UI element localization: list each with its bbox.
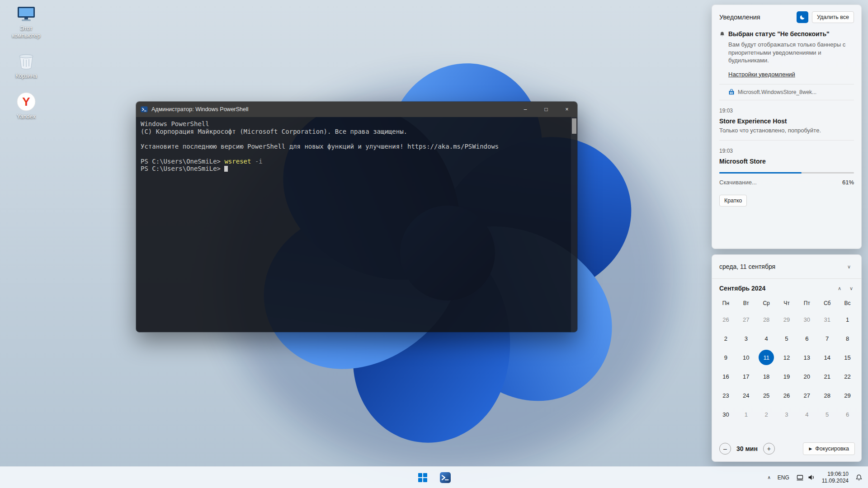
- chevron-up-icon: ∧: [767, 475, 770, 480]
- calendar-day[interactable]: 12: [777, 348, 797, 367]
- chevron-up-icon: ∧: [838, 286, 841, 291]
- calendar-day[interactable]: 30: [797, 310, 817, 329]
- moon-icon: [799, 14, 806, 20]
- console-scrollbar-thumb[interactable]: [572, 118, 576, 134]
- notification-group-header[interactable]: Microsoft.WindowsStore_8wek...: [728, 89, 854, 95]
- calendar-day[interactable]: 14: [817, 348, 837, 367]
- console-output-line: Установите последнюю версию PowerShell д…: [141, 143, 566, 150]
- calendar-day[interactable]: 10: [736, 348, 756, 367]
- network-icon: [796, 474, 804, 481]
- console-area[interactable]: Windows PowerShell(C) Корпорация Майкрос…: [136, 117, 577, 332]
- calendar-day[interactable]: 23: [716, 386, 736, 405]
- notification-group-label: Microsoft.WindowsStore_8wek...: [738, 89, 816, 95]
- language-indicator[interactable]: ENG: [778, 474, 789, 481]
- maximize-button[interactable]: □: [536, 102, 557, 117]
- calendar-day[interactable]: 3: [736, 329, 756, 348]
- calendar-day[interactable]: 26: [716, 310, 736, 329]
- calendar-day[interactable]: 24: [736, 386, 756, 405]
- calendar-day[interactable]: 5: [817, 405, 837, 424]
- calendar-next-button[interactable]: ∨: [849, 286, 853, 291]
- desktop-icon-label: Yandex: [17, 113, 35, 121]
- console-output-line: Windows PowerShell: [141, 120, 566, 128]
- calendar-day[interactable]: 28: [756, 310, 777, 329]
- bell-icon: [719, 31, 725, 37]
- calendar-day[interactable]: 5: [777, 329, 797, 348]
- calendar-day[interactable]: 7: [817, 329, 837, 348]
- calendar-collapse-button[interactable]: ∨: [843, 261, 855, 272]
- calendar-grid: 2627282930311234567891011121314151617181…: [712, 310, 861, 424]
- notification-bell-icon[interactable]: [855, 474, 863, 481]
- start-button[interactable]: [413, 469, 433, 487]
- calendar-day[interactable]: 26: [777, 386, 797, 405]
- calendar-day[interactable]: 29: [777, 310, 797, 329]
- calendar-day[interactable]: 1: [736, 405, 756, 424]
- store-icon: [728, 89, 735, 95]
- calendar-day[interactable]: 4: [756, 329, 777, 348]
- notification-settings-link[interactable]: Настройки уведомлений: [728, 71, 795, 78]
- calendar-day[interactable]: 9: [716, 348, 736, 367]
- calendar-day[interactable]: 13: [797, 348, 817, 367]
- notification-item[interactable]: 19:03 Store Experience Host Только что у…: [719, 105, 854, 136]
- minimize-button[interactable]: –: [515, 102, 536, 117]
- calendar-day[interactable]: 15: [837, 348, 858, 367]
- taskbar-clock[interactable]: 19:06:10 11.09.2024: [822, 471, 849, 484]
- calendar-day[interactable]: 25: [756, 386, 777, 405]
- notifications-title: Уведомления: [719, 14, 760, 21]
- powershell-titlebar[interactable]: Администратор: Windows PowerShell – □ ×: [136, 102, 577, 117]
- desktop-icon-this-pc[interactable]: Этот компьютер: [5, 4, 48, 39]
- taskbar-powershell-button[interactable]: [435, 469, 455, 487]
- window-controls: – □ ×: [515, 102, 577, 117]
- calendar-day[interactable]: 22: [837, 367, 858, 386]
- calendar-day[interactable]: 17: [736, 367, 756, 386]
- console-prompt-line[interactable]: PS C:\Users\OneSmiLe>: [141, 165, 566, 173]
- close-icon: ×: [565, 106, 568, 113]
- do-not-disturb-toggle[interactable]: [797, 11, 808, 23]
- focus-decrease-button[interactable]: –: [719, 443, 731, 455]
- calendar-day[interactable]: 30: [716, 405, 736, 424]
- calendar-day[interactable]: 4: [797, 405, 817, 424]
- calendar-day-selected[interactable]: 11: [756, 348, 777, 367]
- notification-body: Только что установлено, попробуйте.: [719, 127, 854, 134]
- hidden-icons-button[interactable]: ∧: [767, 475, 770, 480]
- calendar-day[interactable]: 29: [837, 386, 858, 405]
- desktop-icon-yandex[interactable]: Y Yandex: [5, 92, 48, 121]
- calendar-prev-button[interactable]: ∧: [838, 286, 841, 291]
- calendar-day[interactable]: 27: [736, 310, 756, 329]
- calendar-day[interactable]: 6: [797, 329, 817, 348]
- collapse-button[interactable]: Кратко: [719, 195, 747, 206]
- dnd-notification[interactable]: Выбран статус "Не беспокоить" Вам будут …: [719, 30, 854, 80]
- console-scrollbar[interactable]: [571, 117, 577, 332]
- desktop-icon-recycle-bin[interactable]: Корзина: [5, 51, 48, 80]
- calendar-day[interactable]: 28: [817, 386, 837, 405]
- weekday-label: Сб: [817, 296, 837, 310]
- calendar-day[interactable]: 19: [777, 367, 797, 386]
- calendar-day[interactable]: 27: [797, 386, 817, 405]
- notification-item[interactable]: 19:03 Microsoft Store Скачивание... 61%: [719, 145, 854, 188]
- focus-start-button[interactable]: ▶ Фокусировка: [803, 442, 855, 455]
- calendar-month-label[interactable]: Сентябрь 2024: [719, 285, 765, 292]
- calendar-day[interactable]: 18: [756, 367, 777, 386]
- focus-increase-button[interactable]: +: [763, 443, 775, 455]
- calendar-day[interactable]: 21: [817, 367, 837, 386]
- volume-icon: [807, 474, 815, 481]
- weekday-label: Вт: [736, 296, 756, 310]
- calendar-day[interactable]: 3: [777, 405, 797, 424]
- system-tray-icons[interactable]: [796, 474, 815, 481]
- notifications-panel: Уведомления Удалить все Выбран статус "Н…: [712, 5, 862, 249]
- calendar-day[interactable]: 6: [837, 405, 858, 424]
- weekday-label: Вс: [837, 296, 858, 310]
- focus-session-row: – 30 мин + ▶ Фокусировка: [712, 438, 861, 461]
- calendar-day[interactable]: 16: [716, 367, 736, 386]
- calendar-day[interactable]: 2: [716, 329, 736, 348]
- clear-all-button[interactable]: Удалить все: [812, 11, 854, 23]
- calendar-day[interactable]: 1: [837, 310, 858, 329]
- calendar-day[interactable]: 31: [817, 310, 837, 329]
- calendar-day[interactable]: 20: [797, 367, 817, 386]
- clock-date: 11.09.2024: [822, 478, 849, 484]
- notification-time: 19:03: [719, 108, 854, 114]
- close-button[interactable]: ×: [557, 102, 577, 117]
- powershell-window: Администратор: Windows PowerShell – □ × …: [136, 101, 578, 333]
- calendar-day[interactable]: 2: [756, 405, 777, 424]
- calendar-day[interactable]: 8: [837, 329, 858, 348]
- minimize-icon: –: [524, 106, 527, 113]
